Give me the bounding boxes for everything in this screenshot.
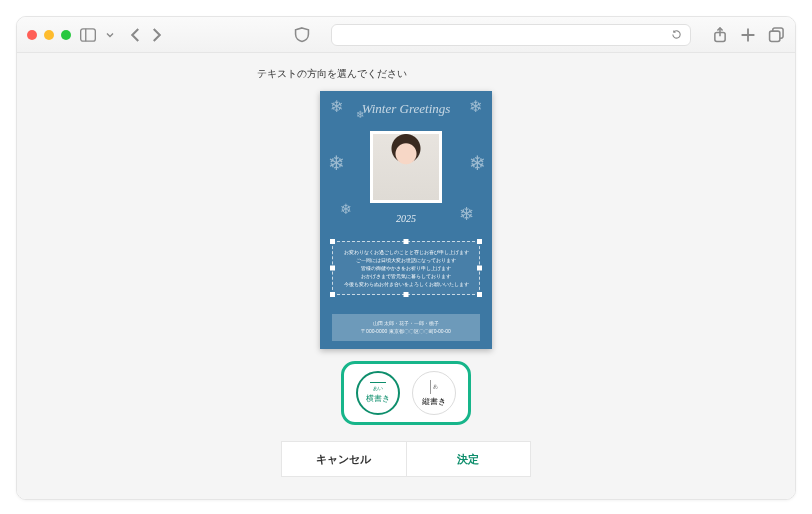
minimize-icon[interactable]	[44, 30, 54, 40]
snowflake-icon: ❄	[469, 151, 486, 175]
page-title: テキストの方向を選んでください	[257, 67, 795, 81]
cancel-button[interactable]: キャンセル	[282, 442, 406, 476]
photo-placeholder	[373, 134, 439, 200]
greeting-line: 今後も変わらぬお付き合いをよろしくお願いいたします	[337, 280, 475, 288]
shield-icon[interactable]	[293, 26, 311, 44]
confirm-button[interactable]: 決定	[406, 442, 531, 476]
sidebar-icon[interactable]	[79, 26, 97, 44]
greeting-line: ご一同には日頃大変お世話になっております	[337, 256, 475, 264]
svg-rect-0	[81, 28, 96, 40]
greeting-line: おかげさまで皆元気に暮らしております	[337, 272, 475, 280]
tabs-icon[interactable]	[767, 26, 785, 44]
postcard-photo	[370, 131, 442, 203]
plus-icon[interactable]	[739, 26, 757, 44]
greeting-line: 皆様の御健やかさをお祈り申し上げます	[337, 264, 475, 272]
signature-line: 〒000-0000 東京都〇〇区〇〇町0-00-00	[332, 328, 480, 336]
postcard-heading: Winter Greetings	[320, 101, 492, 117]
postcard-preview: ❄ ❄ ❄ ❄ ❄ ❄ ❄ Winter Greetings 2025 お変わり…	[320, 91, 492, 349]
page-content: テキストの方向を選んでください ❄ ❄ ❄ ❄ ❄ ❄ ❄ Winter Gre…	[17, 53, 795, 499]
forward-icon[interactable]	[147, 26, 165, 44]
sample-text: あ	[433, 380, 439, 386]
browser-toolbar	[17, 17, 795, 53]
back-icon[interactable]	[127, 26, 145, 44]
share-icon[interactable]	[711, 26, 729, 44]
close-icon[interactable]	[27, 30, 37, 40]
svg-rect-5	[770, 31, 780, 41]
sample-text: あい	[373, 385, 383, 391]
postcard-year: 2025	[320, 213, 492, 224]
signature-line: 山田 太郎・花子・一郎・桃子	[332, 320, 480, 328]
option-label: 縦書き	[422, 396, 446, 407]
horizontal-option[interactable]: あい 横書き	[356, 371, 400, 415]
vertical-line-icon	[430, 380, 431, 394]
greeting-line: お変わりなくお過ごしのことと存じお喜び申し上げます	[337, 248, 475, 256]
address-bar[interactable]	[331, 24, 691, 46]
browser-window: テキストの方向を選んでください ❄ ❄ ❄ ❄ ❄ ❄ ❄ Winter Gre…	[16, 16, 796, 500]
zoom-icon[interactable]	[61, 30, 71, 40]
postcard-signature: 山田 太郎・花子・一郎・桃子 〒000-0000 東京都〇〇区〇〇町0-00-0…	[332, 314, 480, 341]
reload-icon[interactable]	[671, 29, 682, 40]
window-controls[interactable]	[27, 30, 71, 40]
greeting-text-box[interactable]: お変わりなくお過ごしのことと存じお喜び申し上げます ご一同には日頃大変お世話にな…	[332, 241, 480, 295]
snowflake-icon: ❄	[328, 151, 345, 175]
text-direction-selector: あい 横書き あ 縦書き	[341, 361, 471, 425]
chevron-down-icon[interactable]	[105, 26, 115, 44]
dialog-footer: キャンセル 決定	[281, 441, 531, 477]
option-label: 横書き	[366, 393, 390, 404]
vertical-option[interactable]: あ 縦書き	[412, 371, 456, 415]
horizontal-line-icon	[370, 382, 386, 383]
